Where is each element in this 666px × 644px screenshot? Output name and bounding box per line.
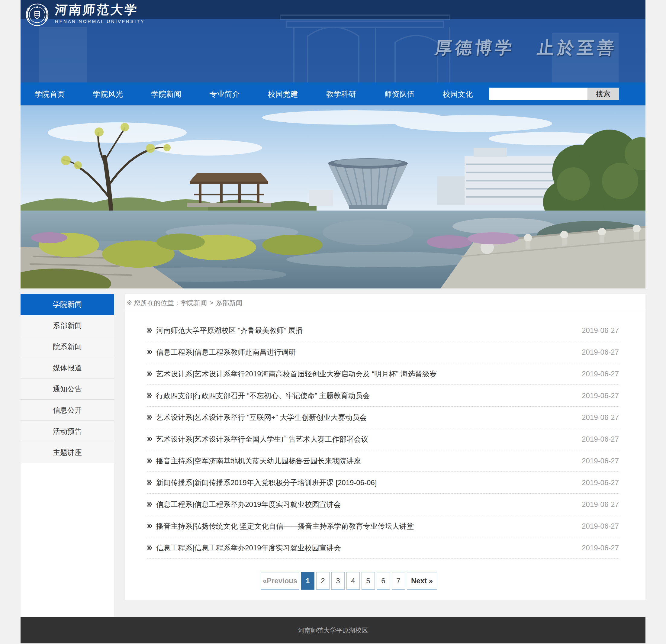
news-date: 2019-06-27 xyxy=(582,544,619,552)
sidebar-item[interactable]: 主题讲座 xyxy=(20,442,114,463)
pagination-page-button[interactable]: 1 xyxy=(301,572,314,590)
sidebar-item-label: 信息公开 xyxy=(53,406,82,414)
news-row: 播音主持系|弘扬传统文化 坚定文化自信——播音主持系学前教育专业传坛大讲堂 20… xyxy=(147,515,619,537)
main-content: ※ 您所在的位置：学院新闻>系部新闻 xyxy=(125,294,646,600)
news-date: 2019-06-27 xyxy=(582,435,619,443)
news-title-link[interactable]: 信息工程系|信息工程系举办2019年度实习就业校园宣讲会 xyxy=(156,500,575,509)
news-title-link[interactable]: 艺术设计系|艺术设计系举行全国大学生广告艺术大赛工作部署会议 xyxy=(156,434,575,444)
sidebar-item-label: 媒体报道 xyxy=(53,364,82,372)
sidebar-item-label: 通知公告 xyxy=(53,385,82,393)
university-logo[interactable]: 河南师范大学 HENAN NORMAL UNIVERSITY xyxy=(25,3,145,27)
double-arrow-bullet-icon xyxy=(147,545,152,550)
campus-banner-photo xyxy=(20,105,646,289)
news-date: 2019-06-27 xyxy=(582,348,619,356)
pagination-page-button[interactable]: 2 xyxy=(316,572,330,590)
sidebar-item[interactable]: 信息公开 xyxy=(20,400,114,421)
news-date: 2019-06-27 xyxy=(582,500,619,509)
news-row: 艺术设计系|艺术设计系举行全国大学生广告艺术大赛工作部署会议 2019-06-2… xyxy=(147,428,619,450)
sidebar-item[interactable]: 通知公告 xyxy=(20,379,114,400)
double-arrow-bullet-icon xyxy=(147,458,152,463)
university-name-en: HENAN NORMAL UNIVERSITY xyxy=(55,19,145,24)
nav-item[interactable]: 学院首页 xyxy=(35,90,65,98)
news-title-link[interactable]: 河南师范大学平原湖校区 “齐鲁最美教师” 展播 xyxy=(156,326,575,335)
pagination-page-button[interactable]: 7 xyxy=(392,572,405,590)
brand-text: 河南师范大学 HENAN NORMAL UNIVERSITY xyxy=(55,3,145,24)
footer-text: 河南师范大学平原湖校区 xyxy=(298,626,368,634)
pagination-prev-button[interactable]: «Previous xyxy=(261,572,299,590)
sidebar-item-label: 院系新闻 xyxy=(53,343,82,351)
news-row: 播音主持系|空军济南基地机关蓝天幼儿园杨鲁云园长来我院讲座 2019-06-27 xyxy=(147,450,619,472)
news-date: 2019-06-27 xyxy=(582,478,619,487)
double-arrow-bullet-icon xyxy=(147,393,152,398)
news-date: 2019-06-27 xyxy=(582,413,619,422)
pagination-page-button[interactable]: 4 xyxy=(347,572,360,590)
pagination: «Previous 1 2 3 4 5 6 xyxy=(261,572,646,590)
sidebar-menu: 学院新闻 系部新闻 院系新闻 媒体报道 通知公告 xyxy=(20,294,114,463)
breadcrumb: ※ 您所在的位置：学院新闻>系部新闻 xyxy=(125,294,646,311)
sidebar-item[interactable]: 院系新闻 xyxy=(20,336,114,357)
breadcrumb-current: 系部新闻 xyxy=(216,299,242,307)
news-title-link[interactable]: 艺术设计系|艺术设计系举行 “互联网+” 大学生创新创业大赛动员会 xyxy=(156,413,575,422)
double-arrow-bullet-icon xyxy=(147,480,152,485)
pagination-next-button[interactable]: Next » xyxy=(407,572,437,590)
sidebar-item-label: 活动预告 xyxy=(53,427,82,435)
search-box: 搜索 xyxy=(489,88,619,100)
news-title-link[interactable]: 新闻传播系|新闻传播系2019年入党积极分子培训班开课 [2019-06-06] xyxy=(156,478,575,488)
site-header: 河南师范大学 HENAN NORMAL UNIVERSITY 厚德博学 止於至善 xyxy=(20,0,646,83)
nav-item[interactable]: 校园文化 xyxy=(443,90,473,98)
pagination-page-button[interactable]: 6 xyxy=(376,572,390,590)
pagination-page-button[interactable]: 3 xyxy=(331,572,345,590)
pagination-page-button[interactable]: 5 xyxy=(362,572,375,590)
search-button[interactable]: 搜索 xyxy=(588,88,619,100)
search-input[interactable] xyxy=(489,88,588,100)
nav-item[interactable]: 学院新闻 xyxy=(151,90,181,98)
news-row: 艺术设计系|艺术设计系举行 “互联网+” 大学生创新创业大赛动员会 2019-0… xyxy=(147,406,619,428)
double-arrow-bullet-icon xyxy=(147,328,152,333)
news-date: 2019-06-27 xyxy=(582,391,619,400)
news-row: 信息工程系|信息工程系教师赴南昌进行调研 2019-06-27 xyxy=(147,341,619,363)
sidebar-item[interactable]: 活动预告 xyxy=(20,421,114,442)
news-title-link[interactable]: 信息工程系|信息工程系教师赴南昌进行调研 xyxy=(156,347,575,357)
news-title-link[interactable]: 艺术设计系|艺术设计系举行2019河南高校首届轻创业大赛启动会及 “明月杯” 海… xyxy=(156,369,575,379)
nav-item[interactable]: 学院风光 xyxy=(93,90,123,98)
motto-left: 厚德博学 xyxy=(434,37,516,59)
news-date: 2019-06-27 xyxy=(582,457,619,465)
sidebar-item[interactable]: 媒体报道 xyxy=(20,357,114,379)
news-row: 信息工程系|信息工程系举办2019年度实习就业校园宣讲会 2019-06-27 xyxy=(147,537,619,559)
site-footer: 河南师范大学平原湖校区 xyxy=(20,617,646,643)
nav-list: 学院首页 学院风光 学院新闻 专业简介 校园党建 教学科研 师资队伍 校园文化 xyxy=(20,89,487,99)
news-date: 2019-06-27 xyxy=(582,522,619,530)
news-date: 2019-06-27 xyxy=(582,326,619,335)
nav-item[interactable]: 校园党建 xyxy=(268,90,298,98)
breadcrumb-separator: > xyxy=(210,299,213,307)
double-arrow-bullet-icon xyxy=(147,437,152,441)
news-title-link[interactable]: 播音主持系|弘扬传统文化 坚定文化自信——播音主持系学前教育专业传坛大讲堂 xyxy=(156,521,575,531)
sidebar-item-label: 主题讲座 xyxy=(53,448,82,456)
breadcrumb-section-link[interactable]: 学院新闻 xyxy=(181,299,207,307)
main-nav: 学院首页 学院风光 学院新闻 专业简介 校园党建 教学科研 师资队伍 校园文化 … xyxy=(20,83,646,105)
news-row: 新闻传播系|新闻传播系2019年入党积极分子培训班开课 [2019-06-06]… xyxy=(147,472,619,493)
double-arrow-bullet-icon xyxy=(147,415,152,420)
content-row: 学院新闻 系部新闻 院系新闻 媒体报道 通知公告 xyxy=(20,294,646,617)
nav-item[interactable]: 专业简介 xyxy=(210,90,240,98)
breadcrumb-prefix: ※ 您所在的位置： xyxy=(126,299,181,307)
news-row: 艺术设计系|艺术设计系举行2019河南高校首届轻创业大赛启动会及 “明月杯” 海… xyxy=(147,363,619,385)
sidebar-item-label: 学院新闻 xyxy=(53,300,82,309)
news-title-link[interactable]: 信息工程系|信息工程系举办2019年度实习就业校园宣讲会 xyxy=(156,543,575,553)
double-arrow-bullet-icon xyxy=(147,371,152,376)
news-title-link[interactable]: 行政四支部|行政四支部召开 “不忘初心、牢记使命” 主题教育动员会 xyxy=(156,391,575,401)
page: 河南师范大学 HENAN NORMAL UNIVERSITY 厚德博学 止於至善… xyxy=(20,0,646,643)
motto-right: 止於至善 xyxy=(536,37,618,59)
sidebar-item[interactable]: 学院新闻 xyxy=(20,294,114,315)
university-motto: 厚德博学 止於至善 xyxy=(434,37,618,59)
sidebar-item[interactable]: 系部新闻 xyxy=(20,315,114,336)
news-title-link[interactable]: 播音主持系|空军济南基地机关蓝天幼儿园杨鲁云园长来我院讲座 xyxy=(156,456,575,466)
double-arrow-bullet-icon xyxy=(147,524,152,528)
nav-item[interactable]: 师资队伍 xyxy=(385,90,415,98)
double-arrow-bullet-icon xyxy=(147,502,152,507)
double-arrow-bullet-icon xyxy=(147,350,152,354)
news-row: 河南师范大学平原湖校区 “齐鲁最美教师” 展播 2019-06-27 xyxy=(147,319,619,341)
news-row: 信息工程系|信息工程系举办2019年度实习就业校园宣讲会 2019-06-27 xyxy=(147,493,619,515)
nav-item[interactable]: 教学科研 xyxy=(326,90,356,98)
news-list: 河南师范大学平原湖校区 “齐鲁最美教师” 展播 2019-06-27 xyxy=(147,319,619,559)
